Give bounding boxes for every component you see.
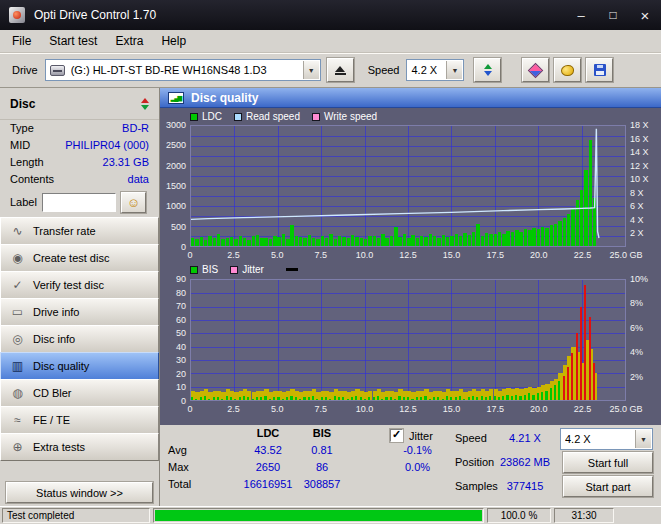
gridline-vertical [451,280,452,400]
disc-info-row: TypeBD-R [0,120,159,137]
start-part-button[interactable]: Start part [563,476,653,497]
speed-select[interactable]: 4.2 X [406,59,464,81]
bis-bar [226,396,228,400]
bis-bar [411,399,413,400]
disc-info-icon: ◎ [10,332,25,346]
x-axis-tick: 10.0 [356,404,374,414]
refresh-disc-icon[interactable] [141,98,149,110]
bis-bar [468,397,470,400]
sidebar-item-transfer-rate[interactable]: ∿Transfer rate [0,217,159,245]
bis-bar [381,399,383,400]
bis-bar [498,397,500,400]
disc-label-button[interactable] [121,192,146,213]
bis-bar [502,396,504,400]
bis-bar [247,397,249,400]
drive-select-value: (G:) HL-DT-ST BD-RE WH16NS48 1.D3 [71,64,267,76]
quality-speed-select[interactable]: 4.2 X [560,428,653,450]
minimize-button[interactable] [565,0,597,30]
sidebar-item-disc-quality[interactable]: ▥Disc quality [0,352,159,380]
sidebar-item-extra-tests[interactable]: ⊕Extra tests [0,433,159,461]
disc-quality-icon: ▥ [10,359,25,373]
y-axis-tick-left: 1500 [160,182,186,191]
disc-info-row: MIDPHILIPR04 (000) [0,137,159,154]
window-title: Opti Drive Control 1.70 [34,8,565,22]
legend-label: Jitter [242,264,264,275]
x-axis-tick: 2.5 [227,404,240,414]
bis-bar [532,395,534,400]
bis-bar [239,397,241,400]
speed-stat-value: 4.21 X [490,432,560,446]
x-axis-tick: 12.5 [399,250,417,260]
bis-bar [252,399,254,400]
bis-max-value: 86 [282,461,362,475]
sidebar-item-fe-te[interactable]: ≈FE / TE [0,406,159,434]
maximize-button[interactable] [597,0,629,30]
sidebar-item-create-test-disc[interactable]: ◉Create test disc [0,244,159,272]
label-input[interactable] [42,193,116,212]
quality-speed-value: 4.2 X [565,433,591,445]
bis-bar [200,397,202,400]
gridline-horizontal [191,307,625,308]
info-label: MID [10,139,30,152]
stat-row-label: Total [168,478,191,492]
jitter-checkbox-row: Jitter [390,429,433,442]
bis-avg-value: 0.81 [282,444,362,458]
drive-select[interactable]: (G:) HL-DT-ST BD-RE WH16NS48 1.D3 [45,59,321,81]
bis-bar [195,399,197,400]
save-button[interactable] [586,58,613,82]
chevron-down-icon[interactable] [446,61,462,79]
start-full-button[interactable]: Start full [563,452,653,473]
info-value: data [128,173,149,186]
chevron-down-icon[interactable] [635,430,651,448]
bis-bar [442,399,444,400]
info-label: Type [10,122,34,135]
sidebar-item-drive-info[interactable]: ▭Drive info [0,298,159,326]
elapsed-time: 31:30 [554,508,614,523]
jitter-checkbox[interactable] [390,429,403,442]
close-button[interactable] [629,0,661,30]
refresh-drive-button[interactable] [474,58,501,82]
menu-item-help[interactable]: Help [152,31,195,51]
sidebar-item-verify-test-disc[interactable]: ✓Verify test disc [0,271,159,299]
bis-bar [325,397,327,400]
bis-bar [563,376,565,400]
bis-bar [519,396,521,400]
drive-icon [50,65,65,76]
bis-jitter-chart-plot [190,279,626,401]
bis-bar [347,399,349,400]
toolbar: Drive (G:) HL-DT-ST BD-RE WH16NS48 1.D3 … [0,53,661,88]
y-axis-tick-right: 6 X [630,202,660,211]
menu-item-file[interactable]: File [3,31,40,51]
bis-bar [338,397,340,400]
x-axis-tick: 15.0 [443,250,461,260]
menu-item-extra[interactable]: Extra [106,31,152,51]
cd-bler-icon: ◍ [10,386,25,400]
chevron-down-icon[interactable] [303,61,319,79]
ldc-chart-legend: LDCRead speedWrite speed [190,111,377,122]
menu-item-start-test[interactable]: Start test [40,31,106,51]
bis-bar [264,396,266,400]
bis-bar [394,399,396,400]
info-value: BD-R [122,122,149,135]
ldc-chart-plot [190,125,626,247]
bis-bar [269,399,271,400]
disc-section-header: Disc [0,88,159,120]
y-axis-tick-right: 4% [630,348,660,357]
sidebar-item-disc-info[interactable]: ◎Disc info [0,325,159,353]
label-label: Label [10,196,37,208]
position-stat-label: Position [455,456,494,470]
eject-button[interactable] [327,58,354,82]
y-axis-tick-right: 6% [630,324,660,333]
legend-swatch [312,113,320,121]
sidebar-item-cd-bler[interactable]: ◍CD Bler [0,379,159,407]
options-button[interactable] [554,58,581,82]
bis-bar [295,397,297,400]
label-row: Label [0,188,159,214]
y-axis-tick-left: 80 [160,289,186,298]
bis-bar [312,396,314,400]
erase-disc-button[interactable] [522,58,549,82]
status-window-button[interactable]: Status window >> [6,482,153,503]
speed-label: Speed [368,64,400,76]
x-axis-tick: 5.0 [271,404,284,414]
gridline-vertical [321,280,322,400]
